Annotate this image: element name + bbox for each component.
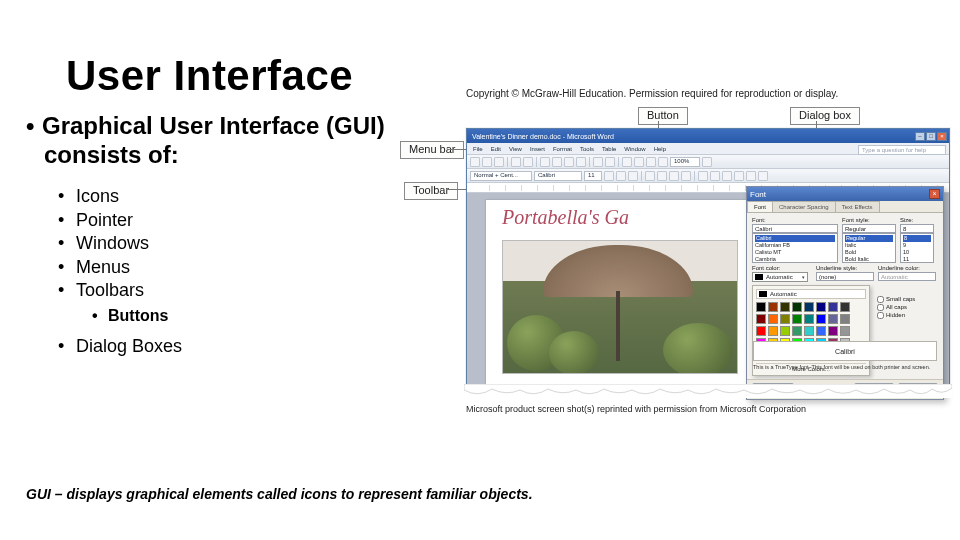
- style-selector[interactable]: Normal + Cent...: [470, 171, 532, 181]
- color-swatch[interactable]: [780, 326, 790, 336]
- underline-button[interactable]: [628, 171, 638, 181]
- color-swatch[interactable]: [756, 326, 766, 336]
- style-list[interactable]: Regular Italic Bold Bold Italic: [842, 233, 896, 263]
- color-swatch[interactable]: [768, 314, 778, 324]
- checkbox-input[interactable]: [877, 296, 884, 303]
- toolbar-button[interactable]: [758, 171, 768, 181]
- menu-item[interactable]: Edit: [491, 146, 501, 152]
- list-item[interactable]: Bold Italic: [845, 256, 893, 263]
- list-item[interactable]: Regular: [845, 235, 893, 242]
- checkbox-allcaps[interactable]: All caps: [877, 303, 937, 311]
- color-swatch[interactable]: [792, 314, 802, 324]
- toolbar-button[interactable]: [523, 157, 533, 167]
- toolbar-button[interactable]: [482, 157, 492, 167]
- color-swatch[interactable]: [828, 314, 838, 324]
- toolbar-button[interactable]: [552, 157, 562, 167]
- toolbar-button[interactable]: [494, 157, 504, 167]
- toolbar-button[interactable]: [511, 157, 521, 167]
- color-swatch[interactable]: [792, 326, 802, 336]
- menu-item[interactable]: Insert: [530, 146, 545, 152]
- justify-button[interactable]: [681, 171, 691, 181]
- color-swatch[interactable]: [816, 326, 826, 336]
- color-swatch[interactable]: [780, 302, 790, 312]
- size-field[interactable]: 8: [900, 224, 934, 233]
- color-swatch[interactable]: [840, 326, 850, 336]
- menu-item[interactable]: Help: [654, 146, 666, 152]
- list-item[interactable]: Californian FB: [755, 242, 835, 249]
- color-swatch[interactable]: [828, 302, 838, 312]
- toolbar-button[interactable]: [646, 157, 656, 167]
- toolbar-button[interactable]: [710, 171, 720, 181]
- list-item[interactable]: 9: [903, 242, 931, 249]
- color-swatch[interactable]: [816, 314, 826, 324]
- menu-item[interactable]: Tools: [580, 146, 594, 152]
- list-item[interactable]: 8: [903, 235, 931, 242]
- menu-item[interactable]: Format: [553, 146, 572, 152]
- color-swatch[interactable]: [840, 302, 850, 312]
- align-left-button[interactable]: [645, 171, 655, 181]
- toolbar-button[interactable]: [722, 171, 732, 181]
- toolbar-button[interactable]: [540, 157, 550, 167]
- color-swatch[interactable]: [804, 326, 814, 336]
- list-item[interactable]: 10: [903, 249, 931, 256]
- toolbar-button[interactable]: [576, 157, 586, 167]
- maximize-button[interactable]: □: [926, 132, 936, 141]
- checkbox-input[interactable]: [877, 312, 884, 319]
- menu-item[interactable]: Table: [602, 146, 616, 152]
- list-item[interactable]: Bold: [845, 249, 893, 256]
- checkbox-hidden[interactable]: Hidden: [877, 311, 937, 319]
- toolbar-button[interactable]: [622, 157, 632, 167]
- help-search-input[interactable]: Type a question for help: [858, 145, 946, 155]
- color-swatch[interactable]: [756, 302, 766, 312]
- list-item[interactable]: Calibri: [755, 235, 835, 242]
- color-swatch[interactable]: [756, 314, 766, 324]
- list-item[interactable]: Calisto MT: [755, 249, 835, 256]
- automatic-color-button[interactable]: Automatic: [756, 289, 866, 299]
- toolbar-button[interactable]: [593, 157, 603, 167]
- font-list[interactable]: Calibri Californian FB Calisto MT Cambri…: [752, 233, 838, 263]
- underline-color-field[interactable]: Automatic: [878, 272, 936, 281]
- toolbar-button[interactable]: [634, 157, 644, 167]
- dialog-close-button[interactable]: ×: [929, 189, 940, 199]
- list-item[interactable]: Cambria: [755, 256, 835, 263]
- align-center-button[interactable]: [657, 171, 667, 181]
- list-item[interactable]: Cambria Math: [755, 263, 835, 264]
- color-swatch[interactable]: [792, 302, 802, 312]
- toolbar-button[interactable]: [564, 157, 574, 167]
- close-button[interactable]: ×: [937, 132, 947, 141]
- font-color-button[interactable]: Automatic▾: [752, 272, 808, 282]
- size-list[interactable]: 8 9 10 11 12: [900, 233, 934, 263]
- color-swatch[interactable]: [816, 302, 826, 312]
- menu-item[interactable]: View: [509, 146, 522, 152]
- toolbar-button[interactable]: [746, 171, 756, 181]
- font-selector[interactable]: Calibri: [534, 171, 582, 181]
- toolbar-button[interactable]: [698, 171, 708, 181]
- color-swatch[interactable]: [804, 314, 814, 324]
- toolbar-button[interactable]: [702, 157, 712, 167]
- color-swatch[interactable]: [768, 302, 778, 312]
- tab-font[interactable]: Font: [747, 201, 773, 212]
- minimize-button[interactable]: –: [915, 132, 925, 141]
- underline-style-field[interactable]: (none): [816, 272, 874, 281]
- color-swatch[interactable]: [840, 314, 850, 324]
- color-swatch[interactable]: [780, 314, 790, 324]
- toolbar-button[interactable]: [605, 157, 615, 167]
- checkbox-smallcaps[interactable]: Small caps: [877, 295, 937, 303]
- color-swatch[interactable]: [768, 326, 778, 336]
- style-field[interactable]: Regular: [842, 224, 896, 233]
- toolbar-button[interactable]: [658, 157, 668, 167]
- bold-button[interactable]: [604, 171, 614, 181]
- color-swatch[interactable]: [804, 302, 814, 312]
- menu-item[interactable]: Window: [624, 146, 645, 152]
- zoom-selector[interactable]: 100%: [670, 157, 700, 167]
- align-right-button[interactable]: [669, 171, 679, 181]
- menu-item[interactable]: File: [473, 146, 483, 152]
- tab-text-effects[interactable]: Text Effects: [835, 201, 880, 212]
- color-swatch[interactable]: [828, 326, 838, 336]
- toolbar-button[interactable]: [734, 171, 744, 181]
- list-item[interactable]: 12: [903, 263, 931, 264]
- font-field[interactable]: Calibri: [752, 224, 838, 233]
- checkbox-input[interactable]: [877, 304, 884, 311]
- font-size-selector[interactable]: 11: [584, 171, 602, 181]
- toolbar-button[interactable]: [470, 157, 480, 167]
